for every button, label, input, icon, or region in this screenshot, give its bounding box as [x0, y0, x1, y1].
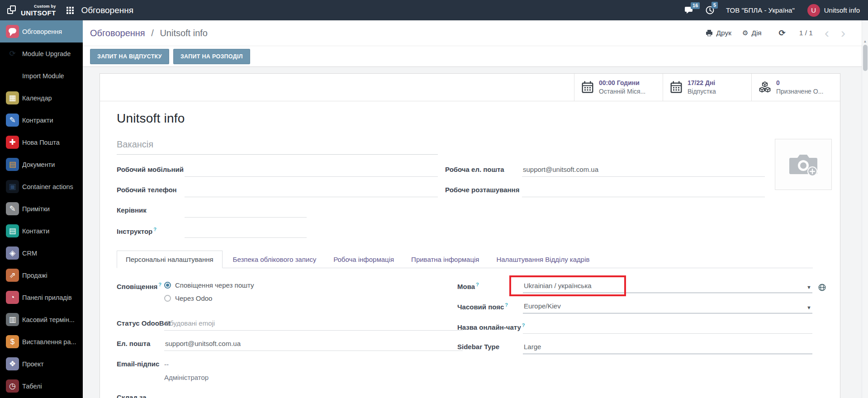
gear-icon: ⚙ — [742, 29, 748, 37]
activities-button[interactable]: 5 — [706, 6, 714, 14]
work-email-input[interactable]: support@unitsoft.com.ua — [522, 164, 765, 177]
field-row: Email-підпис -- Адміністратор — [117, 358, 457, 382]
sidebar-item-import-module[interactable]: Import Module — [0, 65, 83, 87]
sidebar-item-discuss[interactable]: Обговорення — [0, 20, 83, 43]
radio-option-label: Сповіщення через пошту — [175, 281, 254, 289]
field-row: Назва онлайн-чату? — [457, 321, 813, 336]
chat-name-input[interactable] — [523, 321, 812, 334]
sidebar-item-contacts[interactable]: ▤ Контакти — [0, 220, 83, 242]
user-name: Unitsoft info — [824, 6, 860, 14]
breadcrumb-link[interactable]: Обговорення — [90, 28, 145, 38]
pager-next-button[interactable]: › — [841, 26, 845, 40]
sidebar-item-container-actions[interactable]: ▣ Container actions — [0, 175, 83, 198]
messages-button[interactable]: 16 — [685, 6, 694, 14]
tab-3[interactable]: Робоча інформація — [327, 251, 401, 268]
sidebar-item-invoicing[interactable]: $ Виставлення ра... — [0, 331, 83, 353]
calendar-icon — [581, 81, 594, 94]
sidebar-item-label: Import Module — [22, 72, 64, 80]
sidebar-item-contracts[interactable]: ✎ Контракти — [0, 109, 83, 131]
allocation-request-button[interactable]: ЗАПИТ НА РОЗПОДІЛ — [173, 49, 250, 64]
sidebar-item-documents[interactable]: ▤ Документи — [0, 153, 83, 175]
project-icon: ❖ — [6, 357, 19, 370]
odoobot-status-label: Статус OdooBot — [117, 317, 164, 327]
job-position-field[interactable]: Вакансія — [117, 139, 438, 155]
sales-icon: ⇗ — [6, 269, 19, 282]
action-buttons-row: ЗАПИТ НА ВІДПУСТКУЗАПИТ НА РОЗПОДІЛ — [83, 46, 862, 66]
sidebar-item-module-upgrade[interactable]: ⟳ Module Upgrade — [0, 43, 83, 65]
sidebar-item-label: CRM — [22, 250, 37, 257]
leave-request-button[interactable]: ЗАПИТ НА ВІДПУСТКУ — [90, 49, 169, 64]
notification-radio-group: Сповіщення через пошту Через Odoo — [164, 280, 254, 302]
help-icon: ? — [153, 227, 157, 232]
calendar-icon: ▦ — [6, 91, 19, 104]
import-module-icon — [6, 69, 19, 82]
email-input[interactable]: support@unitsoft.com.ua — [164, 338, 463, 351]
avatar: U — [807, 4, 820, 17]
sidebar-type-select[interactable]: Large — [523, 341, 812, 354]
activities-badge: 5 — [711, 2, 718, 9]
scrollbar-thumb[interactable] — [863, 45, 868, 71]
sidebar-menu: Обговорення ⟳ Module Upgrade Import Modu… — [0, 20, 83, 398]
tab-5[interactable]: Налаштування Відділу кадрів — [489, 251, 596, 268]
tab-1[interactable]: Персональні налаштування — [117, 251, 223, 268]
stat-buttons-row: 00:00 Години Останній Міся... 17/22 Дні … — [100, 74, 840, 101]
radio-icon — [164, 295, 171, 302]
pager-previous-button[interactable]: ‹ — [825, 26, 829, 40]
unitsoft-logo-icon — [7, 5, 17, 15]
record-title[interactable]: Unitsoft info — [117, 111, 813, 126]
odoobot-status-input[interactable]: Вбудовані emoji — [164, 317, 463, 331]
company-switcher[interactable]: ТОВ "БПЛА - Україна" — [726, 6, 795, 14]
chevron-down-icon: ▼ — [806, 284, 811, 290]
app-title[interactable]: Обговорення — [81, 5, 133, 15]
stat-value: 17/22 Дні — [688, 79, 716, 87]
scroll-up-icon[interactable]: ▲ — [862, 20, 868, 43]
point-of-sale-icon: ▥ — [6, 313, 19, 326]
action-button[interactable]: ⚙ Дія — [742, 29, 762, 37]
stat-button[interactable]: 00:00 Години Останній Міся... — [574, 74, 663, 101]
messages-badge: 16 — [691, 2, 700, 9]
discuss-icon — [6, 25, 19, 38]
sidebar-item-dashboards[interactable]: ◔ Панелі приладів — [0, 286, 83, 308]
sidebar-item-project[interactable]: ❖ Проект — [0, 353, 83, 375]
work-mobile-input[interactable] — [185, 164, 438, 177]
calendar-icon — [669, 81, 683, 94]
employee-photo-placeholder[interactable] — [775, 139, 832, 190]
notebook-tabs: Персональні налаштуванняБезпека обліково… — [117, 251, 813, 268]
action-label: Дія — [751, 29, 761, 37]
work-location-label: Робоче розташування — [445, 184, 522, 194]
work-location-input[interactable] — [522, 184, 765, 197]
notification-radio-option[interactable]: Через Odoo — [164, 294, 254, 302]
dashboards-icon: ◔ — [6, 291, 19, 304]
email-signature-input[interactable]: -- Адміністратор — [164, 358, 209, 382]
apps-grid-icon[interactable] — [66, 7, 74, 14]
notification-radio-option[interactable]: Сповіщення через пошту — [164, 281, 254, 289]
sidebar-item-timesheets[interactable]: ◷ Табелі — [0, 375, 83, 397]
stat-button[interactable]: 0 Призначене О... — [751, 74, 840, 101]
work-phone-input[interactable] — [185, 184, 438, 197]
tab-2[interactable]: Безпека облікового запису — [226, 251, 323, 268]
sidebar-item-calendar[interactable]: ▦ Календар — [0, 87, 83, 109]
coach-input[interactable] — [185, 225, 307, 238]
sidebar-item-notes[interactable]: ✎ Примітки — [0, 198, 83, 220]
language-select[interactable]: Ukrainian / українська ▼ — [523, 280, 812, 293]
camera-plus-icon — [787, 151, 820, 179]
vertical-scrollbar[interactable]: ▲ — [862, 20, 868, 398]
sidebar-item-crm[interactable]: ◈ CRM — [0, 242, 83, 264]
tab-4[interactable]: Приватна інформація — [404, 251, 486, 268]
user-menu[interactable]: U Unitsoft info — [807, 4, 868, 17]
sidebar-item-sales[interactable]: ⇗ Продажі — [0, 264, 83, 286]
timezone-select[interactable]: Europe/Kiev ▼ — [523, 300, 812, 313]
field-row: Робоча ел. пошта support@unitsoft.com.ua — [445, 164, 765, 179]
field-row: Ел. пошта support@unitsoft.com.ua — [117, 338, 457, 353]
sidebar-item-nova-poshta[interactable]: ✚ Нова Пошта — [0, 131, 83, 153]
unitsoft-logo[interactable]: Custom by UNITSOFT — [0, 0, 62, 20]
print-button[interactable]: Друк — [706, 29, 731, 37]
globe-icon[interactable] — [818, 284, 826, 291]
field-row: Склад за — [117, 392, 457, 398]
stat-button[interactable]: 17/22 Дні Відпустка — [663, 74, 751, 101]
sidebar-item-point-of-sale[interactable]: ▥ Касовий термін... — [0, 308, 83, 331]
breadcrumb-current: Unitsoft info — [160, 28, 208, 38]
manager-input[interactable] — [185, 204, 307, 218]
work-email-label: Робоча ел. пошта — [445, 164, 522, 173]
refresh-icon[interactable]: ⟳ — [779, 28, 786, 38]
